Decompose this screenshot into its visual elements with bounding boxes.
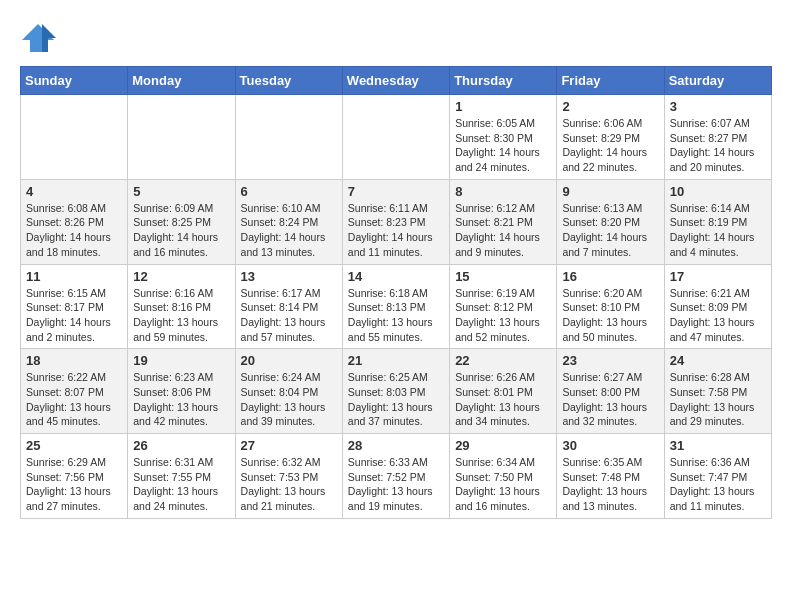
day-info: Sunrise: 6:07 AMSunset: 8:27 PMDaylight:…: [670, 116, 766, 175]
calendar-cell: 27Sunrise: 6:32 AMSunset: 7:53 PMDayligh…: [235, 434, 342, 519]
day-info: Sunrise: 6:29 AMSunset: 7:56 PMDaylight:…: [26, 455, 122, 514]
calendar-cell: 18Sunrise: 6:22 AMSunset: 8:07 PMDayligh…: [21, 349, 128, 434]
day-number: 13: [241, 269, 337, 284]
day-info: Sunrise: 6:09 AMSunset: 8:25 PMDaylight:…: [133, 201, 229, 260]
calendar-cell: 10Sunrise: 6:14 AMSunset: 8:19 PMDayligh…: [664, 179, 771, 264]
svg-marker-1: [42, 24, 56, 52]
page-header: [20, 20, 772, 56]
day-number: 8: [455, 184, 551, 199]
calendar: SundayMondayTuesdayWednesdayThursdayFrid…: [20, 66, 772, 519]
day-number: 5: [133, 184, 229, 199]
calendar-cell: 28Sunrise: 6:33 AMSunset: 7:52 PMDayligh…: [342, 434, 449, 519]
day-number: 30: [562, 438, 658, 453]
day-info: Sunrise: 6:16 AMSunset: 8:16 PMDaylight:…: [133, 286, 229, 345]
weekday-header: Sunday: [21, 67, 128, 95]
calendar-cell: 14Sunrise: 6:18 AMSunset: 8:13 PMDayligh…: [342, 264, 449, 349]
day-number: 3: [670, 99, 766, 114]
calendar-cell: 29Sunrise: 6:34 AMSunset: 7:50 PMDayligh…: [450, 434, 557, 519]
calendar-cell: 17Sunrise: 6:21 AMSunset: 8:09 PMDayligh…: [664, 264, 771, 349]
day-number: 1: [455, 99, 551, 114]
calendar-cell: 22Sunrise: 6:26 AMSunset: 8:01 PMDayligh…: [450, 349, 557, 434]
day-number: 23: [562, 353, 658, 368]
day-info: Sunrise: 6:05 AMSunset: 8:30 PMDaylight:…: [455, 116, 551, 175]
calendar-cell: [235, 95, 342, 180]
calendar-week-row: 1Sunrise: 6:05 AMSunset: 8:30 PMDaylight…: [21, 95, 772, 180]
calendar-cell: 3Sunrise: 6:07 AMSunset: 8:27 PMDaylight…: [664, 95, 771, 180]
day-number: 16: [562, 269, 658, 284]
day-number: 2: [562, 99, 658, 114]
day-number: 12: [133, 269, 229, 284]
day-number: 29: [455, 438, 551, 453]
day-info: Sunrise: 6:12 AMSunset: 8:21 PMDaylight:…: [455, 201, 551, 260]
day-number: 18: [26, 353, 122, 368]
calendar-cell: 24Sunrise: 6:28 AMSunset: 7:58 PMDayligh…: [664, 349, 771, 434]
day-info: Sunrise: 6:28 AMSunset: 7:58 PMDaylight:…: [670, 370, 766, 429]
weekday-header: Monday: [128, 67, 235, 95]
day-number: 31: [670, 438, 766, 453]
day-number: 25: [26, 438, 122, 453]
logo-icon: [20, 20, 56, 56]
day-info: Sunrise: 6:35 AMSunset: 7:48 PMDaylight:…: [562, 455, 658, 514]
day-number: 22: [455, 353, 551, 368]
day-info: Sunrise: 6:34 AMSunset: 7:50 PMDaylight:…: [455, 455, 551, 514]
calendar-cell: 13Sunrise: 6:17 AMSunset: 8:14 PMDayligh…: [235, 264, 342, 349]
weekday-header: Thursday: [450, 67, 557, 95]
day-number: 14: [348, 269, 444, 284]
day-number: 26: [133, 438, 229, 453]
calendar-cell: 20Sunrise: 6:24 AMSunset: 8:04 PMDayligh…: [235, 349, 342, 434]
day-info: Sunrise: 6:11 AMSunset: 8:23 PMDaylight:…: [348, 201, 444, 260]
weekday-header: Saturday: [664, 67, 771, 95]
day-number: 28: [348, 438, 444, 453]
day-info: Sunrise: 6:20 AMSunset: 8:10 PMDaylight:…: [562, 286, 658, 345]
weekday-header: Tuesday: [235, 67, 342, 95]
day-info: Sunrise: 6:18 AMSunset: 8:13 PMDaylight:…: [348, 286, 444, 345]
day-info: Sunrise: 6:36 AMSunset: 7:47 PMDaylight:…: [670, 455, 766, 514]
calendar-cell: 8Sunrise: 6:12 AMSunset: 8:21 PMDaylight…: [450, 179, 557, 264]
weekday-header: Wednesday: [342, 67, 449, 95]
day-info: Sunrise: 6:22 AMSunset: 8:07 PMDaylight:…: [26, 370, 122, 429]
day-number: 17: [670, 269, 766, 284]
day-info: Sunrise: 6:27 AMSunset: 8:00 PMDaylight:…: [562, 370, 658, 429]
day-info: Sunrise: 6:10 AMSunset: 8:24 PMDaylight:…: [241, 201, 337, 260]
calendar-cell: 2Sunrise: 6:06 AMSunset: 8:29 PMDaylight…: [557, 95, 664, 180]
day-number: 10: [670, 184, 766, 199]
day-number: 9: [562, 184, 658, 199]
calendar-cell: 25Sunrise: 6:29 AMSunset: 7:56 PMDayligh…: [21, 434, 128, 519]
calendar-cell: 19Sunrise: 6:23 AMSunset: 8:06 PMDayligh…: [128, 349, 235, 434]
calendar-cell: 21Sunrise: 6:25 AMSunset: 8:03 PMDayligh…: [342, 349, 449, 434]
day-info: Sunrise: 6:14 AMSunset: 8:19 PMDaylight:…: [670, 201, 766, 260]
day-number: 27: [241, 438, 337, 453]
day-number: 24: [670, 353, 766, 368]
day-number: 20: [241, 353, 337, 368]
day-info: Sunrise: 6:25 AMSunset: 8:03 PMDaylight:…: [348, 370, 444, 429]
day-info: Sunrise: 6:32 AMSunset: 7:53 PMDaylight:…: [241, 455, 337, 514]
day-number: 19: [133, 353, 229, 368]
day-info: Sunrise: 6:15 AMSunset: 8:17 PMDaylight:…: [26, 286, 122, 345]
day-info: Sunrise: 6:33 AMSunset: 7:52 PMDaylight:…: [348, 455, 444, 514]
day-info: Sunrise: 6:19 AMSunset: 8:12 PMDaylight:…: [455, 286, 551, 345]
calendar-cell: 15Sunrise: 6:19 AMSunset: 8:12 PMDayligh…: [450, 264, 557, 349]
calendar-cell: 4Sunrise: 6:08 AMSunset: 8:26 PMDaylight…: [21, 179, 128, 264]
calendar-cell: [342, 95, 449, 180]
day-info: Sunrise: 6:24 AMSunset: 8:04 PMDaylight:…: [241, 370, 337, 429]
calendar-cell: 16Sunrise: 6:20 AMSunset: 8:10 PMDayligh…: [557, 264, 664, 349]
calendar-week-row: 25Sunrise: 6:29 AMSunset: 7:56 PMDayligh…: [21, 434, 772, 519]
calendar-week-row: 4Sunrise: 6:08 AMSunset: 8:26 PMDaylight…: [21, 179, 772, 264]
weekday-header-row: SundayMondayTuesdayWednesdayThursdayFrid…: [21, 67, 772, 95]
day-info: Sunrise: 6:31 AMSunset: 7:55 PMDaylight:…: [133, 455, 229, 514]
day-number: 21: [348, 353, 444, 368]
calendar-cell: [128, 95, 235, 180]
day-info: Sunrise: 6:08 AMSunset: 8:26 PMDaylight:…: [26, 201, 122, 260]
calendar-cell: 12Sunrise: 6:16 AMSunset: 8:16 PMDayligh…: [128, 264, 235, 349]
day-info: Sunrise: 6:23 AMSunset: 8:06 PMDaylight:…: [133, 370, 229, 429]
day-number: 7: [348, 184, 444, 199]
calendar-cell: 26Sunrise: 6:31 AMSunset: 7:55 PMDayligh…: [128, 434, 235, 519]
weekday-header: Friday: [557, 67, 664, 95]
day-info: Sunrise: 6:26 AMSunset: 8:01 PMDaylight:…: [455, 370, 551, 429]
calendar-cell: 23Sunrise: 6:27 AMSunset: 8:00 PMDayligh…: [557, 349, 664, 434]
calendar-week-row: 11Sunrise: 6:15 AMSunset: 8:17 PMDayligh…: [21, 264, 772, 349]
day-number: 4: [26, 184, 122, 199]
calendar-cell: 11Sunrise: 6:15 AMSunset: 8:17 PMDayligh…: [21, 264, 128, 349]
calendar-cell: 30Sunrise: 6:35 AMSunset: 7:48 PMDayligh…: [557, 434, 664, 519]
day-number: 15: [455, 269, 551, 284]
